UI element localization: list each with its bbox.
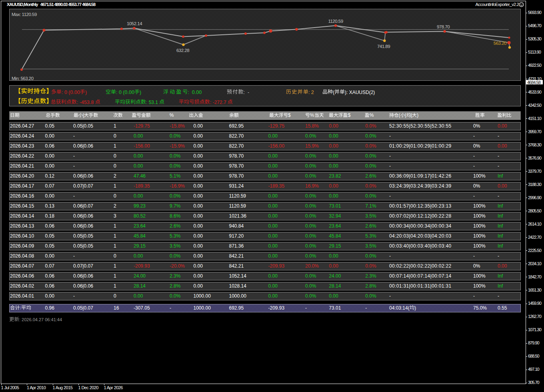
svg-text:741.89: 741.89 [377,44,390,49]
svg-text:1052.14: 1052.14 [127,21,142,26]
svg-text:Max: 1120.59: Max: 1120.59 [12,12,37,17]
svg-text:632.28: 632.28 [176,48,189,53]
svg-text:563.20: 563.20 [494,41,506,46]
svg-text:978.70: 978.70 [437,24,450,29]
svg-text:1120.59: 1120.59 [328,19,343,24]
svg-text:Min: 563.20: Min: 563.20 [12,76,34,81]
